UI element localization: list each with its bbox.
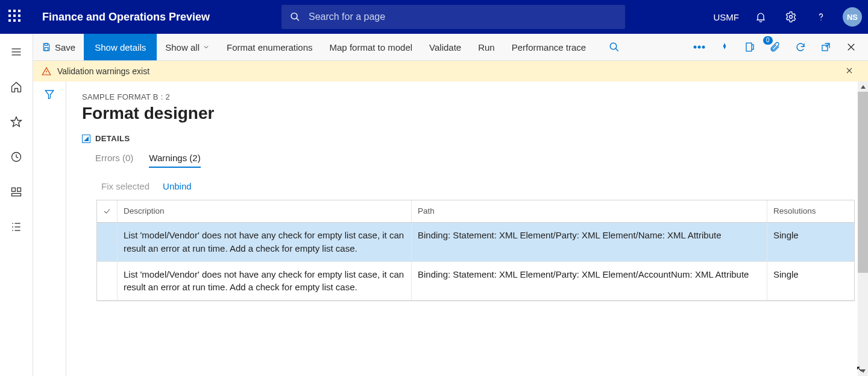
nav-menu-icon[interactable]	[4, 40, 28, 64]
row-resolutions: Single	[767, 262, 854, 301]
global-search[interactable]	[281, 5, 625, 29]
avatar-initials: NS	[843, 7, 862, 27]
svg-marker-25	[723, 43, 726, 49]
svg-point-24	[702, 46, 704, 48]
svg-rect-18	[45, 43, 48, 45]
action-toolbar: Save Show details Show all Format enumer…	[33, 34, 868, 61]
scroll-down-icon[interactable]	[858, 366, 868, 376]
tab-warnings[interactable]: Warnings (2)	[149, 153, 200, 168]
page-content: SAMPLE FORMAT B : 2 Format designer DETA…	[66, 81, 868, 376]
row-path: Binding: Statement: XML Element/Party: X…	[412, 223, 767, 261]
warning-icon	[42, 66, 51, 76]
page-title: Format designer	[82, 104, 855, 123]
svg-point-3	[820, 19, 821, 20]
show-details-label: Show details	[95, 42, 146, 53]
table-row[interactable]: List 'model/Vendor' does not have any ch…	[97, 223, 854, 262]
svg-marker-7	[11, 117, 22, 127]
details-label: DETAILS	[95, 134, 130, 143]
grid-header-description[interactable]: Description	[118, 200, 412, 222]
nav-modules-icon[interactable]	[4, 215, 28, 239]
filter-icon[interactable]	[44, 89, 55, 100]
nav-workspaces-icon[interactable]	[4, 180, 28, 204]
perf-trace-label: Performance trace	[512, 42, 586, 53]
search-icon	[290, 11, 300, 22]
attachments-icon[interactable]: 0	[768, 40, 782, 54]
check-icon	[103, 206, 111, 216]
svg-rect-19	[45, 48, 48, 51]
nav-recent-icon[interactable]	[4, 145, 28, 169]
notifications-icon[interactable]	[752, 0, 769, 34]
grid-toolbar: Fix selected Unbind	[101, 181, 855, 191]
user-avatar[interactable]: NS	[843, 0, 862, 34]
nav-favorites-icon[interactable]	[4, 110, 28, 134]
show-details-button[interactable]: Show details	[84, 34, 157, 60]
format-enumerations-button[interactable]: Format enumerations	[218, 34, 321, 60]
grid-header-path[interactable]: Path	[412, 200, 767, 222]
svg-marker-38	[861, 369, 866, 373]
map-format-to-model-button[interactable]: Map format to model	[321, 34, 421, 60]
svg-point-0	[291, 13, 297, 19]
details-tabs: Errors (0) Warnings (2)	[95, 153, 855, 168]
search-input[interactable]	[309, 11, 617, 22]
warnings-grid: Description Path Resolutions List 'model…	[96, 200, 855, 301]
toolbar-search-icon[interactable]	[600, 34, 628, 60]
help-icon[interactable]	[813, 0, 829, 34]
personalize-icon[interactable]	[717, 40, 732, 54]
unbind-button[interactable]: Unbind	[163, 181, 192, 191]
row-select-cell[interactable]	[97, 262, 118, 301]
tab-errors[interactable]: Errors (0)	[95, 153, 133, 168]
filter-rail	[33, 81, 66, 376]
left-nav-rail	[0, 34, 33, 376]
save-button[interactable]: Save	[33, 34, 84, 60]
details-section-header[interactable]: DETAILS	[82, 134, 855, 143]
nav-home-icon[interactable]	[4, 75, 28, 99]
row-description: List 'model/Vendor' does not have any ch…	[118, 262, 412, 301]
format-enum-label: Format enumerations	[227, 42, 313, 53]
svg-line-21	[615, 48, 618, 51]
waffle-icon[interactable]	[8, 10, 23, 24]
company-selector[interactable]: USMF	[714, 0, 740, 34]
validate-label: Validate	[429, 42, 461, 53]
svg-point-2	[790, 16, 793, 19]
scroll-up-icon[interactable]	[858, 81, 868, 92]
settings-icon[interactable]	[782, 0, 799, 34]
svg-rect-26	[746, 43, 752, 51]
svg-point-20	[610, 43, 617, 49]
run-label: Run	[478, 42, 495, 53]
open-office-icon[interactable]	[743, 40, 757, 54]
svg-point-22	[694, 46, 696, 48]
row-path: Binding: Statement: XML Element/Party: X…	[412, 262, 767, 301]
show-all-button[interactable]: Show all	[157, 34, 218, 60]
app-title: Finance and Operations Preview	[42, 11, 210, 24]
show-all-label: Show all	[165, 42, 200, 53]
svg-rect-10	[17, 188, 21, 191]
grid-header-select[interactable]	[97, 200, 118, 222]
table-row[interactable]: List 'model/Vendor' does not have any ch…	[97, 262, 854, 301]
svg-rect-9	[12, 188, 16, 191]
grid-header-resolutions[interactable]: Resolutions	[767, 200, 854, 222]
save-label: Save	[55, 42, 75, 53]
scroll-thumb[interactable]	[858, 92, 868, 273]
grid-header-row: Description Path Resolutions	[97, 200, 854, 223]
collapse-toggle-icon[interactable]	[82, 135, 90, 143]
page-scrollbar[interactable]	[858, 81, 868, 376]
message-bar-text: Validation warnings exist	[57, 66, 149, 76]
more-actions-icon[interactable]	[692, 40, 706, 54]
run-button[interactable]: Run	[470, 34, 503, 60]
message-bar-close-icon[interactable]	[845, 66, 860, 77]
close-page-icon[interactable]	[844, 40, 858, 54]
performance-trace-button[interactable]: Performance trace	[503, 34, 594, 60]
pop-out-icon[interactable]	[819, 40, 833, 54]
breadcrumb: SAMPLE FORMAT B : 2	[82, 92, 855, 101]
attachments-badge: 0	[763, 36, 773, 45]
row-select-cell[interactable]	[97, 223, 118, 261]
fix-selected-button: Fix selected	[101, 181, 149, 191]
svg-rect-11	[12, 194, 21, 196]
svg-marker-36	[84, 136, 89, 141]
row-description: List 'model/Vendor' does not have any ch…	[118, 223, 412, 261]
svg-line-1	[297, 18, 299, 21]
chevron-down-icon	[203, 43, 210, 51]
global-header: Finance and Operations Preview USMF NS	[0, 0, 868, 34]
validate-button[interactable]: Validate	[421, 34, 470, 60]
refresh-icon[interactable]	[793, 40, 808, 54]
